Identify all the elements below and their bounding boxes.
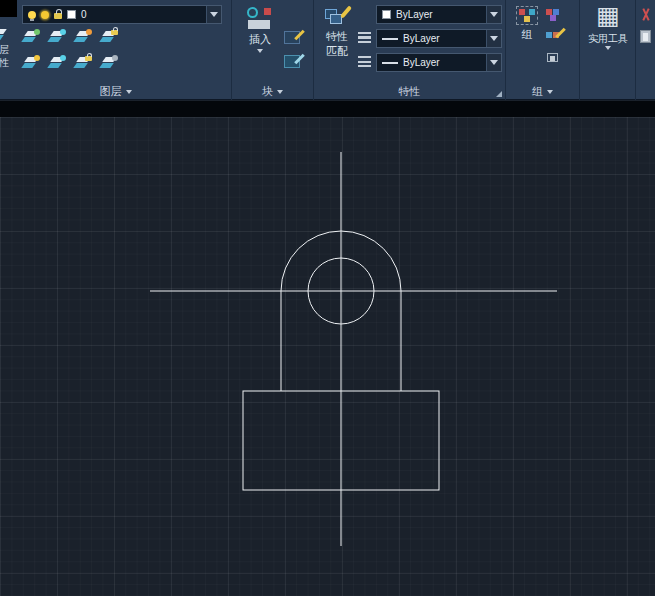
insert-label: 插入 — [249, 33, 271, 46]
panel-label-block[interactable]: 块 — [232, 84, 313, 99]
paste-icon[interactable] — [640, 30, 651, 43]
ribbon: 0 图层 特性 — [0, 0, 655, 100]
layers-lock-icon — [74, 55, 92, 71]
group-panel-title: 组 — [532, 84, 543, 99]
linetype-icon — [382, 62, 398, 64]
object-color-value: ByLayer — [396, 9, 433, 20]
object-color-dropdown[interactable]: ByLayer — [376, 5, 502, 24]
chevron-down-icon[interactable] — [486, 6, 501, 23]
layer-lock-icon — [54, 13, 62, 19]
chevron-down-icon — [257, 49, 263, 53]
group-button[interactable]: 组 — [511, 6, 543, 41]
group-edit-button[interactable] — [546, 29, 561, 43]
match-properties-label-line1: 特性 — [326, 30, 348, 43]
lineweight-dropdown[interactable]: ByLayer — [376, 29, 502, 48]
panel-block: 插入 块 — [232, 0, 314, 100]
block-panel-title: 块 — [262, 84, 273, 99]
application-window: 0 图层 特性 — [0, 0, 655, 596]
layer-properties-label-line2: 特性 — [0, 57, 9, 69]
panel-label-properties[interactable]: 特性 — [314, 84, 505, 99]
layers-stack-icon — [74, 29, 92, 45]
layers-stack-icon — [100, 55, 118, 71]
list-lines-icon[interactable] — [358, 56, 371, 67]
flyout-arrow-icon — [126, 90, 132, 94]
chevron-down-icon[interactable] — [206, 6, 221, 23]
chevron-down-icon[interactable] — [486, 30, 501, 47]
layers-stack-icon — [48, 55, 66, 71]
panel-clipboard-partial — [636, 0, 655, 100]
flyout-arrow-icon — [547, 90, 553, 94]
layers-panel-title: 图层 — [100, 84, 122, 99]
insert-block-icon — [246, 6, 274, 30]
utilities-label: 实用工具 — [588, 33, 628, 45]
layer-color-swatch — [67, 10, 76, 19]
lineweight-value: ByLayer — [403, 33, 440, 44]
object-color-swatch — [382, 10, 391, 19]
layers-stack-icon — [48, 29, 66, 45]
scissors-icon[interactable] — [641, 8, 651, 21]
layer-lock-button[interactable] — [74, 55, 93, 72]
layer-on-icon — [28, 11, 36, 19]
group-selection-toggle-button[interactable] — [546, 51, 561, 65]
group-button-label: 组 — [522, 28, 533, 41]
linetype-value: ByLayer — [403, 57, 440, 68]
layer-color-button[interactable] — [100, 55, 119, 72]
match-properties-label-line2: 匹配 — [326, 45, 348, 58]
properties-panel-title: 特性 — [399, 84, 421, 99]
utilities-button[interactable]: ▦ 实用工具 — [583, 2, 633, 50]
ungroup-button[interactable] — [546, 7, 561, 21]
panel-dialog-launcher-icon[interactable] — [496, 91, 502, 97]
linetype-dropdown[interactable]: ByLayer — [376, 53, 502, 72]
layer-freeze-button[interactable] — [48, 55, 67, 72]
ribbon-lower-strip — [0, 101, 655, 117]
panel-properties: 特性 匹配 ByLayer ByLayer ByLayer — [314, 0, 506, 100]
chevron-down-icon[interactable] — [486, 54, 501, 71]
lineweight-icon — [382, 38, 398, 40]
layer-tools — [22, 29, 119, 72]
group-objects-icon — [516, 6, 538, 25]
layer-properties-button[interactable]: 图层 特性 — [0, 27, 13, 87]
layer-isolate-button[interactable] — [100, 29, 119, 46]
layers-stack-icon — [22, 55, 40, 71]
flyout-arrow-icon — [277, 90, 283, 94]
drawing-canvas[interactable] — [0, 117, 655, 596]
layer-off-button[interactable] — [22, 55, 41, 72]
insert-block-button[interactable]: 插入 — [238, 6, 282, 53]
define-attribute-button[interactable] — [284, 55, 300, 68]
layer-properties-label-line1: 图层 — [0, 44, 9, 56]
layer-freeze-icon — [41, 11, 49, 19]
list-lines-icon[interactable] — [358, 32, 371, 43]
layer-match-button[interactable] — [48, 29, 67, 46]
current-layer-name: 0 — [81, 9, 87, 20]
match-properties-icon — [325, 5, 349, 28]
layer-make-current-button[interactable] — [22, 29, 41, 46]
panel-label-layers[interactable]: 图层 — [0, 84, 231, 99]
layer-previous-button[interactable] — [74, 29, 93, 46]
edit-attribute-button[interactable] — [284, 31, 300, 44]
calculator-icon: ▦ — [596, 2, 620, 31]
layers-stack-icon — [0, 27, 8, 43]
layers-stack-icon — [22, 29, 40, 45]
panel-layers: 0 图层 特性 — [0, 0, 232, 100]
layer-dropdown[interactable]: 0 — [22, 5, 222, 24]
app-corner-square — [0, 0, 17, 17]
panel-group: 组 组 — [506, 0, 580, 100]
panel-label-group[interactable]: 组 — [506, 84, 579, 99]
chevron-down-icon — [605, 46, 611, 50]
layers-lock-icon — [100, 29, 118, 45]
match-properties-button[interactable]: 特性 匹配 — [318, 5, 356, 57]
panel-utilities: ▦ 实用工具 — [580, 0, 636, 100]
